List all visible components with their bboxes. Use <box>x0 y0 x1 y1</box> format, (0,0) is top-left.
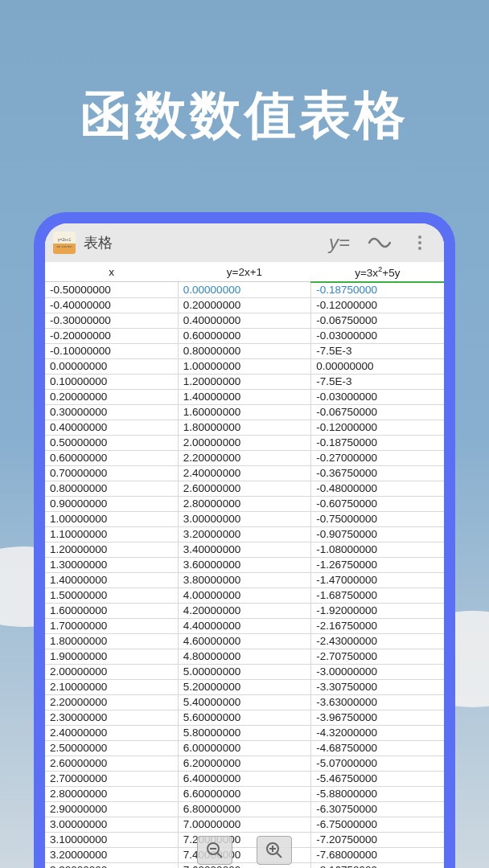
table-row[interactable]: 0.600000002.20000000-0.27000000 <box>45 450 444 465</box>
table-cell: 2.80000000 <box>178 496 310 511</box>
table-cell: -0.06750000 <box>311 404 444 420</box>
table-container[interactable]: x y=2x+1 y=3x2+5y -0.500000000.00000000-… <box>45 262 444 868</box>
table-cell: 3.30000000 <box>45 862 178 868</box>
table-row[interactable]: 0.800000002.60000000-0.48000000 <box>45 481 444 496</box>
table-row[interactable]: 0.200000001.40000000-0.03000000 <box>45 389 444 404</box>
table-row[interactable]: 2.900000006.80000000-6.30750000 <box>45 801 444 817</box>
column-header-y2[interactable]: y=3x2+5y <box>311 262 444 282</box>
table-row[interactable]: 1.200000003.40000000-1.08000000 <box>45 542 444 557</box>
table-cell: -0.48000000 <box>311 481 444 496</box>
table-cell: -0.03000000 <box>311 389 444 404</box>
table-row[interactable]: 1.600000004.20000000-1.92000000 <box>45 603 444 618</box>
app-logo-icon[interactable]: y=2x+1 sin cos tan <box>53 231 76 254</box>
table-cell: 0.90000000 <box>45 496 178 511</box>
graph-icon[interactable] <box>364 227 396 259</box>
table-row[interactable]: -0.500000000.00000000-0.18750000 <box>45 282 444 298</box>
table-cell: 0.00000000 <box>45 358 178 374</box>
table-cell: 1.40000000 <box>45 572 178 588</box>
phone-frame: y=2x+1 sin cos tan 表格 y= <box>34 212 455 868</box>
table-row[interactable]: 2.400000005.80000000-4.32000000 <box>45 725 444 740</box>
table-row[interactable]: 3.000000007.00000000-6.75000000 <box>45 817 444 832</box>
table-cell: -0.90750000 <box>311 526 444 542</box>
table-cell: 0.40000000 <box>45 420 178 435</box>
table-row[interactable]: 2.200000005.40000000-3.63000000 <box>45 694 444 710</box>
table-row[interactable]: 1.000000003.00000000-0.75000000 <box>45 511 444 526</box>
table-cell: -0.30000000 <box>45 313 178 328</box>
table-row[interactable]: 2.300000005.60000000-3.96750000 <box>45 710 444 725</box>
table-row[interactable]: 0.000000001.000000000.00000000 <box>45 358 444 374</box>
table-cell: -1.47000000 <box>311 572 444 588</box>
table-row[interactable]: 1.500000004.00000000-1.68750000 <box>45 588 444 603</box>
table-cell: 1.20000000 <box>45 542 178 557</box>
table-cell: -6.30750000 <box>311 801 444 817</box>
phone-screen: y=2x+1 sin cos tan 表格 y= <box>45 223 444 868</box>
table-cell: -0.10000000 <box>45 343 178 358</box>
table-cell: -0.40000000 <box>45 297 178 313</box>
table-cell: 1.20000000 <box>178 374 310 389</box>
table-cell: 0.60000000 <box>45 450 178 465</box>
table-cell: 1.50000000 <box>45 588 178 603</box>
table-row[interactable]: 0.400000001.80000000-0.12000000 <box>45 420 444 435</box>
table-row[interactable]: 1.100000003.20000000-0.90750000 <box>45 526 444 542</box>
table-cell: 1.90000000 <box>45 649 178 664</box>
table-cell: 6.60000000 <box>178 786 310 801</box>
table-row[interactable]: 2.700000006.40000000-5.46750000 <box>45 771 444 786</box>
table-row[interactable]: -0.300000000.40000000-0.06750000 <box>45 313 444 328</box>
table-row[interactable]: 2.800000006.60000000-5.88000000 <box>45 786 444 801</box>
table-row[interactable]: 0.900000002.80000000-0.60750000 <box>45 496 444 511</box>
table-cell: 4.80000000 <box>178 649 310 664</box>
table-cell: -0.03000000 <box>311 328 444 343</box>
table-row[interactable]: 0.500000002.00000000-0.18750000 <box>45 435 444 450</box>
table-row[interactable]: 1.700000004.40000000-2.16750000 <box>45 618 444 633</box>
table-cell: -7.5E-3 <box>311 343 444 358</box>
column-header-x[interactable]: x <box>45 262 178 282</box>
table-row[interactable]: 1.800000004.60000000-2.43000000 <box>45 633 444 649</box>
zoom-out-button[interactable] <box>197 836 232 865</box>
table-row[interactable]: 1.300000003.60000000-1.26750000 <box>45 557 444 572</box>
table-row[interactable]: -0.100000000.80000000-7.5E-3 <box>45 343 444 358</box>
table-row[interactable]: 0.700000002.40000000-0.36750000 <box>45 465 444 481</box>
y-equals-button[interactable]: y= <box>323 227 355 259</box>
hero-title: 函数数值表格 <box>0 80 489 150</box>
table-cell: 1.10000000 <box>45 526 178 542</box>
table-row[interactable]: 2.100000005.20000000-3.30750000 <box>45 679 444 694</box>
table-cell: 5.40000000 <box>178 694 310 710</box>
table-row[interactable]: -0.400000000.20000000-0.12000000 <box>45 297 444 313</box>
table-row[interactable]: 1.900000004.80000000-2.70750000 <box>45 649 444 664</box>
table-cell: 5.00000000 <box>178 664 310 679</box>
table-cell: 1.00000000 <box>45 511 178 526</box>
table-cell: -7.5E-3 <box>311 374 444 389</box>
table-row[interactable]: 2.600000006.20000000-5.07000000 <box>45 755 444 771</box>
table-cell: -6.75000000 <box>311 817 444 832</box>
table-cell: 0.30000000 <box>45 404 178 420</box>
table-row[interactable]: -0.200000000.60000000-0.03000000 <box>45 328 444 343</box>
table-cell: 3.80000000 <box>178 572 310 588</box>
table-cell: 2.30000000 <box>45 710 178 725</box>
table-row[interactable]: 2.500000006.00000000-4.68750000 <box>45 740 444 755</box>
table-cell: 1.80000000 <box>45 633 178 649</box>
table-cell: 3.60000000 <box>178 557 310 572</box>
zoom-in-button[interactable] <box>257 836 292 865</box>
table-cell: 0.70000000 <box>45 465 178 481</box>
table-cell: 5.80000000 <box>178 725 310 740</box>
table-cell: -1.26750000 <box>311 557 444 572</box>
table-cell: 0.80000000 <box>178 343 310 358</box>
table-cell: 0.40000000 <box>178 313 310 328</box>
menu-icon[interactable] <box>404 227 436 259</box>
table-cell: -1.68750000 <box>311 588 444 603</box>
column-header-y1[interactable]: y=2x+1 <box>178 262 310 282</box>
table-row[interactable]: 2.000000005.00000000-3.00000000 <box>45 664 444 679</box>
table-cell: 7.00000000 <box>178 817 310 832</box>
table-cell: 1.60000000 <box>45 603 178 618</box>
table-cell: -0.18750000 <box>311 282 444 298</box>
table-cell: 3.20000000 <box>45 847 178 862</box>
table-row[interactable]: 0.100000001.20000000-7.5E-3 <box>45 374 444 389</box>
table-row[interactable]: 0.300000001.60000000-0.06750000 <box>45 404 444 420</box>
table-cell: 1.60000000 <box>178 404 310 420</box>
table-cell: -3.96750000 <box>311 710 444 725</box>
table-cell: 1.30000000 <box>45 557 178 572</box>
table-cell: -5.88000000 <box>311 786 444 801</box>
table-cell: -3.00000000 <box>311 664 444 679</box>
table-row[interactable]: 1.400000003.80000000-1.47000000 <box>45 572 444 588</box>
table-cell: 0.80000000 <box>45 481 178 496</box>
